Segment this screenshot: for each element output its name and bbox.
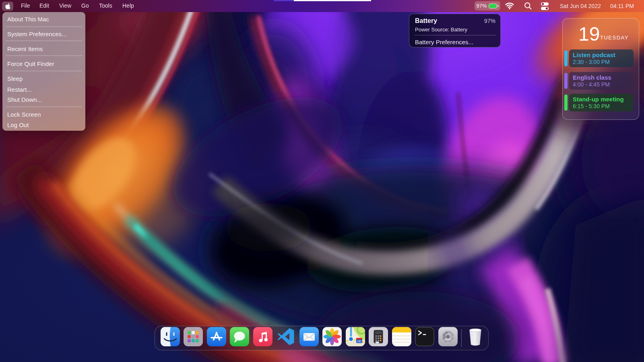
svg-text:280: 280 bbox=[357, 340, 361, 343]
